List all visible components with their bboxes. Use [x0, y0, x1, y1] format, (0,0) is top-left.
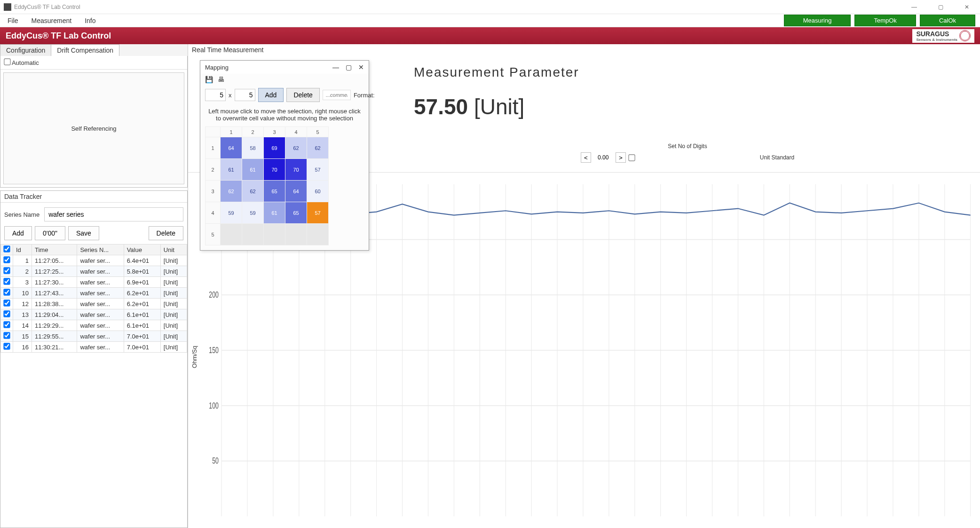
dialog-maximize-icon[interactable]: ▢	[346, 63, 352, 71]
grid-cell[interactable]	[264, 224, 285, 245]
table-row[interactable]: 13 11:29:04... wafer ser... 6.1e+01 [Uni…	[1, 309, 187, 320]
mapping-format-label: Format:	[354, 92, 375, 99]
grid-cell[interactable]: 62	[307, 137, 329, 159]
row-checkbox[interactable]	[3, 289, 10, 295]
grid-col-header: 5	[307, 127, 329, 137]
unit-standard-label: Unit Standard	[760, 154, 794, 161]
cell-time: 11:28:38...	[32, 299, 77, 309]
grid-cell[interactable]: 59	[221, 202, 242, 224]
row-checkbox[interactable]	[3, 267, 10, 274]
window-close-icon[interactable]: ✕	[957, 4, 976, 10]
row-checkbox[interactable]	[3, 343, 10, 349]
mapping-cols-input[interactable]	[235, 89, 255, 101]
automatic-checkbox[interactable]	[4, 58, 10, 65]
row-checkbox[interactable]	[3, 256, 10, 263]
dialog-minimize-icon[interactable]: —	[332, 63, 339, 71]
grid-cell[interactable]: 70	[285, 159, 307, 181]
grid-cell[interactable]: 57	[307, 159, 329, 181]
row-checkbox[interactable]	[3, 332, 10, 339]
mapping-dialog: Mapping — ▢ ✕ 💾 🖶 x Add Delete Format: L…	[200, 60, 369, 251]
cell-time: 11:29:55...	[32, 331, 77, 342]
grid-cell[interactable]	[285, 224, 307, 245]
tab-configuration[interactable]: Configuration	[0, 44, 51, 56]
dialog-close-icon[interactable]: ✕	[358, 63, 364, 71]
cell-unit: [Unit]	[160, 299, 187, 309]
grid-cell[interactable]	[242, 224, 264, 245]
grid-cell[interactable]	[221, 224, 242, 245]
mapping-comment-input[interactable]	[323, 90, 351, 100]
svg-text:200: 200	[209, 290, 219, 299]
table-row[interactable]: 3 11:27:30... wafer ser... 6.9e+01 [Unit…	[1, 277, 187, 288]
table-row[interactable]: 10 11:27:43... wafer ser... 6.2e+01 [Uni…	[1, 288, 187, 299]
grid-cell[interactable]: 64	[221, 137, 242, 159]
save-icon[interactable]: 💾	[205, 76, 213, 83]
menu-file[interactable]: File	[5, 16, 21, 25]
table-row[interactable]: 15 11:29:55... wafer ser... 7.0e+01 [Uni…	[1, 331, 187, 342]
series-name-label: Series Name	[4, 211, 40, 218]
col-value[interactable]: Value	[124, 244, 160, 255]
grid-cell[interactable]: 65	[264, 181, 285, 202]
digits-label: Set No of Digits	[414, 143, 961, 150]
data-tracker-title: Data Tracker	[0, 191, 187, 203]
grid-cell[interactable]: 61	[221, 159, 242, 181]
grid-cell[interactable]: 60	[307, 181, 329, 202]
header-checkbox[interactable]	[3, 245, 10, 252]
automatic-checkbox-label[interactable]: Automatic	[4, 59, 39, 66]
grid-cell[interactable]: 58	[242, 137, 264, 159]
cell-unit: [Unit]	[160, 309, 187, 320]
grid-cell[interactable]: 69	[264, 137, 285, 159]
add-measurement-button[interactable]: Add	[4, 226, 32, 240]
grid-cell[interactable]: 62	[242, 181, 264, 202]
digits-value[interactable]	[594, 154, 613, 161]
menu-info[interactable]: Info	[82, 16, 98, 25]
window-maximize-icon[interactable]: ▢	[931, 4, 950, 10]
delete-button[interactable]: Delete	[149, 226, 183, 240]
grid-cell[interactable]: 65	[285, 202, 307, 224]
table-row[interactable]: 16 11:30:21... wafer ser... 7.0e+01 [Uni…	[1, 342, 187, 353]
print-icon[interactable]: 🖶	[218, 76, 224, 83]
mapping-add-button[interactable]: Add	[258, 88, 284, 102]
digits-decrement-button[interactable]: <	[581, 152, 591, 163]
col-unit[interactable]: Unit	[160, 244, 187, 255]
row-checkbox[interactable]	[3, 278, 10, 284]
self-referencing-box[interactable]: Self Referencing	[3, 72, 184, 184]
mapping-rows-input[interactable]	[205, 89, 226, 101]
table-row[interactable]: 14 11:29:29... wafer ser... 6.1e+01 [Uni…	[1, 320, 187, 331]
menu-measurement[interactable]: Measurement	[29, 16, 75, 25]
series-name-input[interactable]	[44, 207, 183, 221]
brand-sub: Sensors & Instruments	[916, 38, 957, 42]
grid-cell[interactable]: 64	[285, 181, 307, 202]
grid-cell[interactable]	[307, 224, 329, 245]
grid-cell[interactable]: 59	[242, 202, 264, 224]
digits-checkbox[interactable]	[628, 154, 635, 161]
save-button[interactable]: Save	[68, 226, 99, 240]
window-minimize-icon[interactable]: —	[905, 4, 924, 10]
table-row[interactable]: 12 11:28:38... wafer ser... 6.2e+01 [Uni…	[1, 299, 187, 309]
row-checkbox[interactable]	[3, 310, 10, 317]
table-row[interactable]: 2 11:27:25... wafer ser... 5.8e+01 [Unit…	[1, 266, 187, 277]
cell-unit: [Unit]	[160, 288, 187, 299]
col-series[interactable]: Series N...	[77, 244, 124, 255]
col-check[interactable]	[1, 244, 13, 255]
tab-drift-compensation[interactable]: Drift Compensation	[51, 44, 119, 56]
table-row[interactable]: 1 11:27:05... wafer ser... 6.4e+01 [Unit…	[1, 255, 187, 266]
digits-increment-button[interactable]: >	[616, 152, 626, 163]
status-tempok: TempOk	[854, 15, 916, 26]
app-icon	[4, 3, 11, 11]
grid-cell[interactable]: 57	[307, 202, 329, 224]
cell-unit: [Unit]	[160, 320, 187, 331]
cell-time: 11:27:30...	[32, 277, 77, 288]
row-checkbox[interactable]	[3, 299, 10, 306]
grid-cell[interactable]: 62	[285, 137, 307, 159]
col-time[interactable]: Time	[32, 244, 77, 255]
mapping-grid[interactable]: 1234516458696262261617070573626265646045…	[205, 126, 329, 245]
grid-cell[interactable]: 61	[242, 159, 264, 181]
row-checkbox[interactable]	[3, 321, 10, 328]
zero-timer-button[interactable]: 0'00"	[35, 226, 65, 240]
config-panel: Automatic Self Referencing	[0, 56, 188, 188]
grid-cell[interactable]: 61	[264, 202, 285, 224]
mapping-delete-button[interactable]: Delete	[286, 88, 319, 102]
grid-cell[interactable]: 70	[264, 159, 285, 181]
grid-cell[interactable]: 62	[221, 181, 242, 202]
col-id[interactable]: Id	[13, 244, 32, 255]
